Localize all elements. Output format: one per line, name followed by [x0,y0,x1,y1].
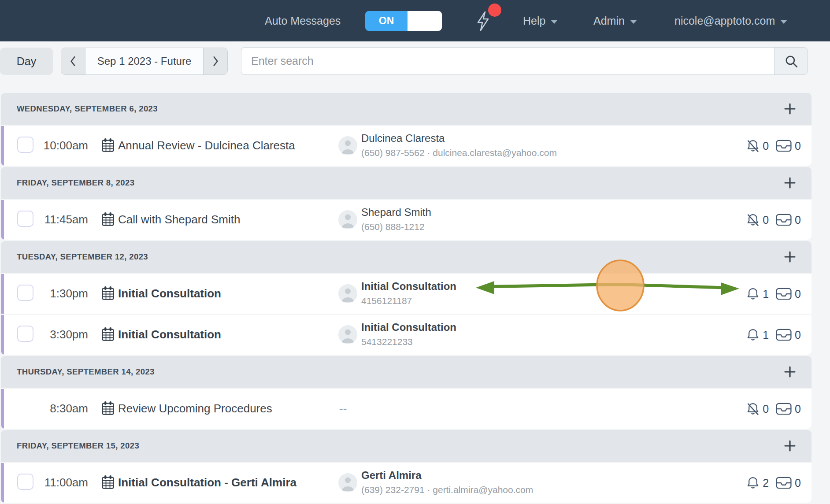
plus-icon [783,250,797,263]
contact-avatar-icon [338,136,357,155]
search-icon [784,54,798,68]
account-menu[interactable]: nicole@apptoto.com [674,0,787,41]
calendar-icon [101,286,115,302]
day-view-button[interactable]: Day [0,48,53,75]
day-section: TUESDAY, SEPTEMBER 12, 2023 1:30pm [1,241,811,355]
reminder-indicators: 1 0 [746,315,801,355]
next-date-button[interactable] [204,48,227,74]
day-header-label: TUESDAY, SEPTEMBER 12, 2023 [17,252,148,262]
day-header: FRIDAY, SEPTEMBER 8, 2023 [1,167,811,199]
reminder-count: 1 [763,288,769,300]
day-section: WEDNESDAY, SEPTEMBER 6, 2023 10:00am [1,93,811,166]
reminder-indicators: 2 0 [746,463,801,503]
day-header: THURSDAY, SEPTEMBER 14, 2023 [1,356,811,388]
message-count: 0 [795,140,801,152]
date-range-button[interactable]: Sep 1 2023 - Future [85,48,204,74]
date-range-navigator: Sep 1 2023 - Future [61,48,228,75]
add-event-button[interactable] [783,176,797,189]
activity-flash-button[interactable] [475,11,501,32]
help-menu[interactable]: Help [523,0,558,41]
event-row[interactable]: 1:30pm Initial Consultation Initial Cons… [1,274,811,314]
contact-name: Gerti Almira [361,469,533,482]
account-menu-label: nicole@apptoto.com [674,15,775,27]
reminder-indicators: 0 0 [746,389,801,429]
plus-icon [783,365,797,378]
calendar-icon [101,401,115,417]
reminder-count: 0 [763,214,769,226]
event-row[interactable]: 3:30pm Initial Consultation Initial Cons… [1,315,811,355]
agenda-list: WEDNESDAY, SEPTEMBER 6, 2023 10:00am [1,93,811,504]
admin-menu[interactable]: Admin [593,0,637,41]
plus-icon [783,439,797,452]
reminder-count: 0 [763,403,769,415]
contact-avatar-icon [338,284,357,303]
add-event-button[interactable] [783,250,797,263]
event-title: Call with Shepard Smith [118,213,240,226]
bell-icon [746,287,760,301]
event-time: 1:30pm [26,287,88,300]
message-count: 0 [795,477,801,489]
add-event-button[interactable] [783,365,797,378]
add-event-button[interactable] [783,102,797,115]
calendar-icon [101,212,115,228]
bell-muted-icon [746,139,760,153]
event-row[interactable]: 11:45am Call with Shepard Smith Shepard … [1,200,811,240]
day-section: FRIDAY, SEPTEMBER 8, 2023 11:45am [1,167,811,240]
message-count: 0 [795,288,801,300]
reminder-indicators: 0 0 [746,126,801,166]
chevron-left-icon [68,56,78,67]
prev-date-button[interactable] [61,48,85,74]
event-title: Review Upcoming Procedures [118,402,272,415]
admin-menu-label: Admin [593,15,625,27]
search-input[interactable] [241,47,774,75]
contact-detail: (650) 888-1212 [361,220,431,233]
contact-block: Initial Consultation 5413221233 [361,321,456,348]
search-button[interactable] [774,47,808,75]
app-window: Auto Messages ON Help Admin nicole@appto… [0,0,830,504]
inbox-icon [776,140,792,152]
contact-avatar-icon [338,473,357,492]
calendar-icon [101,327,115,343]
reminder-count: 1 [763,329,769,341]
event-time: 10:00am [26,139,88,152]
day-view-label: Day [17,55,36,68]
contact-detail: 4156121187 [361,294,456,308]
day-header-label: FRIDAY, SEPTEMBER 15, 2023 [17,441,139,451]
contact-placeholder: -- [339,402,347,415]
bell-muted-icon [746,213,760,227]
contact-block: Gerti Almira (639) 232-2791 · gerti.almi… [361,469,533,497]
caret-down-icon [551,20,558,24]
caret-down-icon [780,20,787,24]
event-row[interactable]: 8:30am Review Upcoming Procedures -- 0 [1,389,811,429]
add-event-button[interactable] [783,439,797,452]
event-title: Initial Consultation [118,287,221,300]
bell-muted-icon [746,402,760,416]
reminder-count: 2 [763,477,769,489]
event-title: Annual Review - Dulcinea Claresta [118,139,295,152]
event-title: Initial Consultation [118,328,221,341]
auto-messages-toggle[interactable]: ON [365,11,442,31]
contact-block: Initial Consultation 4156121187 [361,280,456,308]
calendar-icon [101,138,115,154]
contact-avatar-icon [338,325,357,344]
contact-name: Initial Consultation [361,280,456,293]
message-count: 0 [795,329,801,341]
event-row[interactable]: 10:00am Annual Review - Dulcinea Clarest… [1,126,811,166]
event-time: 8:30am [26,402,88,415]
event-time: 11:45am [26,213,88,226]
inbox-icon [776,288,792,300]
contact-name: Initial Consultation [361,321,456,334]
contact-detail: 5413221233 [361,335,456,348]
inbox-icon [776,329,792,341]
calendar-icon [101,475,115,491]
day-header-label: WEDNESDAY, SEPTEMBER 6, 2023 [17,104,158,114]
event-row[interactable]: 11:00am Initial Consultation - Gerti Alm… [1,463,811,503]
contact-name: Dulcinea Claresta [361,132,557,145]
contact-avatar-icon [338,210,357,229]
caret-down-icon [630,20,637,24]
message-count: 0 [795,403,801,415]
plus-icon [783,176,797,189]
chevron-right-icon [211,56,220,67]
inbox-icon [776,214,792,226]
toggle-knob [408,11,442,31]
